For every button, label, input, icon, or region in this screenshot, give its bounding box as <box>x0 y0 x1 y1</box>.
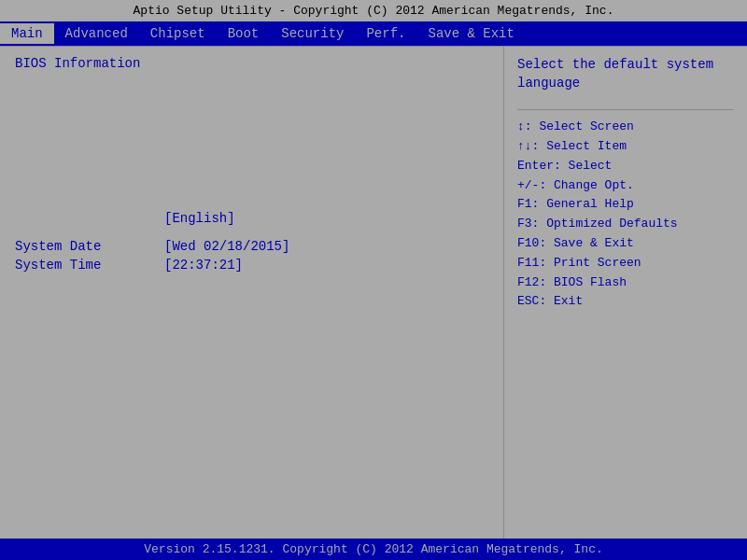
build-date-row: Build Date 05/21/2014 <box>15 155 488 170</box>
key-help-item: F11: Print Screen <box>517 254 734 273</box>
main-content: BIOS Information Compliancy UEFI 2.3.1; … <box>0 46 747 539</box>
model-name-row: Model Name H81MHV3 <box>15 118 488 133</box>
key-help-item: Enter: Select <box>517 157 734 176</box>
model-name-value: H81MHV3 <box>164 118 219 133</box>
access-level-row: Access Level Administrator <box>15 286 488 301</box>
bios-version-value: H81SR521.BSS <box>164 136 259 151</box>
menu-item-perf-[interactable]: Perf. <box>355 23 416 44</box>
access-level-value: Administrator <box>164 286 266 301</box>
key-help-item: F10: Save & Exit <box>517 234 734 254</box>
key-help-item: ESC: Exit <box>517 292 734 312</box>
build-date-label: Build Date <box>15 155 164 170</box>
system-time-row: System Time [22:37:21] <box>15 258 488 273</box>
system-language-row: System Language [English] <box>15 211 488 226</box>
key-help-item: F3: Optimized Defaults <box>517 215 734 234</box>
build-date-value: 05/21/2014 <box>164 155 243 170</box>
bios-version-label: BIOS Version <box>15 136 164 151</box>
system-date-value: [Wed 02/18/2015] <box>164 239 289 254</box>
menu-bar: MainAdvancedChipsetBootSecurityPerf.Save… <box>0 21 747 46</box>
menu-item-boot[interactable]: Boot <box>217 23 271 44</box>
compliancy-label: Compliancy <box>15 80 164 95</box>
model-name-label: Model Name <box>15 118 164 133</box>
compliancy-value: UEFI 2.3.1; PI 1.2 <box>164 80 305 95</box>
menu-item-save---exit[interactable]: Save & Exit <box>416 23 525 44</box>
title-text: Aptio Setup Utility - Copyright (C) 2012… <box>134 4 614 18</box>
key-help-item: +/-: Change Opt. <box>517 176 734 196</box>
key-help-item: F1: General Help <box>517 195 734 215</box>
footer: Version 2.15.1231. Copyright (C) 2012 Am… <box>0 539 747 560</box>
system-date-row: System Date [Wed 02/18/2015] <box>15 239 488 254</box>
total-memory-value: 8192 MB (DDR3 1400) <box>164 183 314 198</box>
divider <box>517 109 734 110</box>
project-code-row: Project Code IH81S-MHS <box>15 99 488 114</box>
access-level-label: Access Level <box>15 286 164 301</box>
bios-info-title: BIOS Information <box>15 56 488 71</box>
key-help-item: F12: BIOS Flash <box>517 273 734 293</box>
key-help-item: ↕: Select Screen <box>517 118 734 137</box>
right-panel: Select the default system language ↕: Se… <box>504 47 747 539</box>
project-code-value: IH81S-MHS <box>164 99 235 114</box>
bios-version-row: BIOS Version H81SR521.BSS <box>15 136 488 151</box>
key-help-item: ↑↓: Select Item <box>517 137 734 157</box>
system-date-label: System Date <box>15 239 164 254</box>
title-bar: Aptio Setup Utility - Copyright (C) 2012… <box>0 0 747 21</box>
key-help: ↕: Select Screen↑↓: Select ItemEnter: Se… <box>517 118 734 312</box>
app: Aptio Setup Utility - Copyright (C) 2012… <box>0 0 747 560</box>
total-memory-row: Total Memory 8192 MB (DDR3 1400) <box>15 183 488 198</box>
system-time-label: System Time <box>15 258 164 273</box>
left-panel: BIOS Information Compliancy UEFI 2.3.1; … <box>0 47 504 539</box>
system-time-value: [22:37:21] <box>164 258 243 273</box>
menu-item-chipset[interactable]: Chipset <box>139 23 217 44</box>
menu-item-advanced[interactable]: Advanced <box>54 23 139 44</box>
menu-item-security[interactable]: Security <box>270 23 355 44</box>
help-text: Select the default system language <box>517 56 734 92</box>
menu-item-main[interactable]: Main <box>0 23 54 44</box>
total-memory-label: Total Memory <box>15 183 164 198</box>
project-code-label: Project Code <box>15 99 164 114</box>
footer-text: Version 2.15.1231. Copyright (C) 2012 Am… <box>144 542 602 556</box>
system-language-label: System Language <box>15 211 164 226</box>
system-language-value: [English] <box>164 211 235 226</box>
compliancy-row: Compliancy UEFI 2.3.1; PI 1.2 <box>15 80 488 95</box>
